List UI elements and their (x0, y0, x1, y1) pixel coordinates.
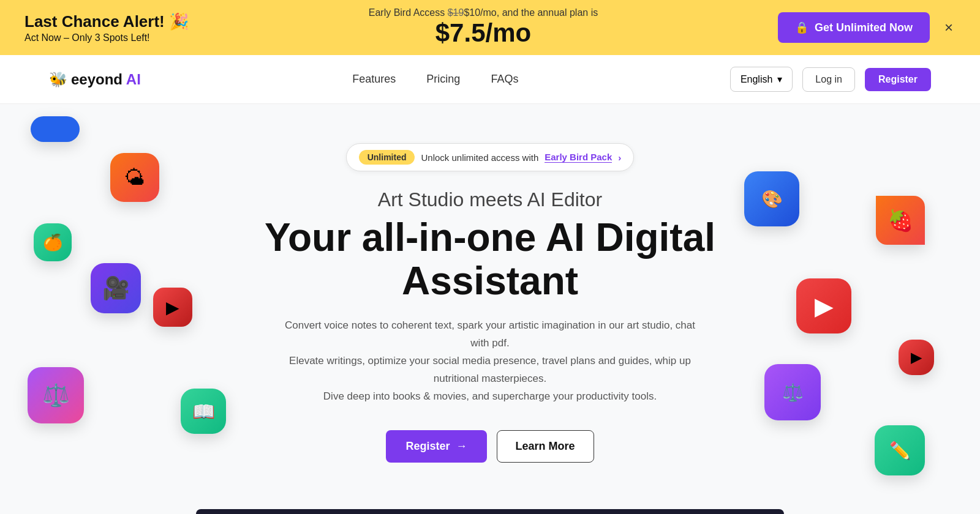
banner-center-section: Early Bird Access $19$10/mo, and the ann… (189, 7, 778, 48)
youtube-icon-right: ▶ (796, 278, 851, 333)
chevron-down-icon: ▾ (777, 73, 782, 85)
lock-icon: 🔒 (795, 21, 809, 34)
banner-right-section: 🔒 Get Unlimited Now × (778, 12, 956, 43)
bottom-bar (196, 509, 784, 514)
banner-left-section: Last Chance Alert! 🎉 Act Now – Only 3 Sp… (24, 12, 189, 43)
pencil-icon: ✏️ (875, 425, 925, 475)
paint-icon: 🎨 (744, 171, 799, 226)
blue-arch-icon (31, 116, 80, 142)
badge-text: Unlock unlimited access with (421, 152, 538, 163)
hero-main-title: Your all-in-one AI DigitalAssistant (265, 216, 715, 302)
book-icon: 📖 (181, 389, 226, 434)
arrow-right-icon: → (456, 440, 467, 453)
nav-faqs[interactable]: FAQs (491, 73, 518, 86)
red-small-right-icon: ▶ (899, 340, 934, 375)
nav-pricing[interactable]: Pricing (426, 73, 460, 86)
badge-pill: Unlimited (359, 150, 415, 165)
banner-promo-text: Early Bird Access $19$10/mo, and the ann… (213, 7, 753, 18)
scales-icon-left: ⚖️ (28, 367, 84, 423)
hero-description: Convert voice notes to coherent text, sp… (282, 317, 698, 405)
banner-title: Last Chance Alert! 🎉 (24, 12, 189, 31)
get-unlimited-button[interactable]: 🔒 Get Unlimited Now (778, 12, 930, 43)
nav-right-section: English ▾ Log in Register (730, 67, 931, 92)
logo-text: eeyond AI (71, 71, 141, 88)
badge-arrow-icon: › (618, 152, 621, 163)
camera-icon: 🎥 (91, 263, 141, 313)
language-selector[interactable]: English ▾ (730, 67, 793, 92)
logo[interactable]: 🐝 eeyond AI (49, 71, 141, 88)
banner-subtitle: Act Now – Only 3 Spots Left! (24, 32, 189, 43)
bee-icon: 🐝 (49, 71, 67, 88)
register-hero-button[interactable]: Register → (386, 430, 486, 463)
hero-buttons: Register → Learn More (386, 430, 594, 463)
weather-icon: 🌤 (110, 153, 159, 202)
nav-links: Features Pricing FAQs (352, 73, 518, 86)
scales-icon-right: ⚖️ (764, 364, 821, 420)
close-banner-button[interactable]: × (942, 17, 956, 39)
hero-subtitle: Art Studio meets AI Editor (378, 188, 602, 211)
strawberry-icon: 🍓 (876, 196, 925, 245)
unlimited-badge: Unlimited Unlock unlimited access with E… (346, 143, 635, 171)
orange-app-icon: 🍊 (34, 223, 72, 261)
red-small-left-icon: ▶ (153, 288, 192, 327)
learn-more-button[interactable]: Learn More (497, 430, 594, 463)
nav-features[interactable]: Features (352, 73, 396, 86)
hero-section: 🌤 🍊 🎥 ▶ ⚖️ 📖 🎨 🍓 ▶ ▶ ⚖️ ✏️ Unlimited Unl… (0, 104, 980, 514)
promo-banner: Last Chance Alert! 🎉 Act Now – Only 3 Sp… (0, 0, 980, 55)
old-price: $19 (448, 7, 464, 18)
language-label: English (741, 74, 772, 85)
early-bird-link[interactable]: Early Bird Pack (545, 152, 612, 163)
login-button[interactable]: Log in (802, 67, 855, 92)
banner-big-price: $7.5/mo (213, 18, 753, 48)
navbar: 🐝 eeyond AI Features Pricing FAQs Englis… (0, 55, 980, 104)
register-button[interactable]: Register (865, 68, 931, 91)
